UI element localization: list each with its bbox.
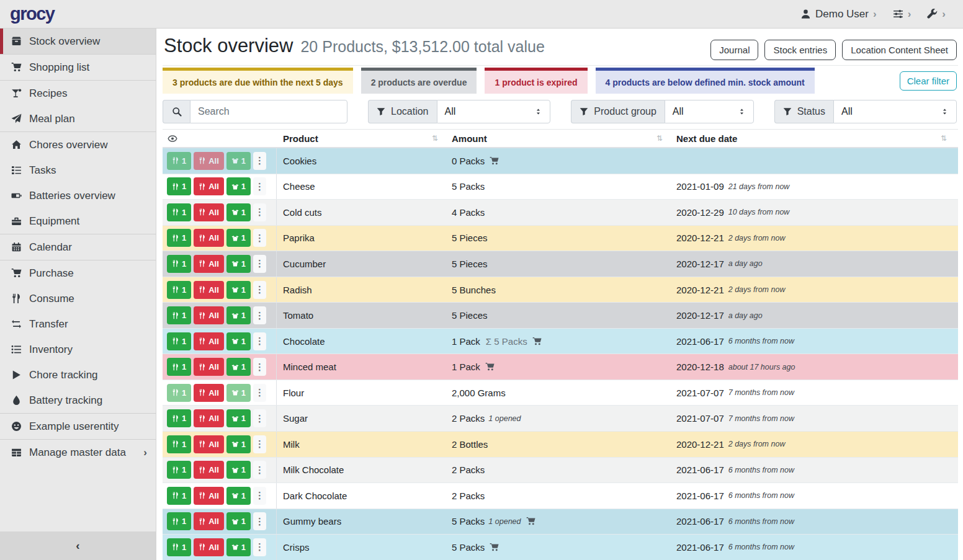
consume-one-button[interactable]: 1 [167, 435, 191, 453]
consume-all-button[interactable]: All [194, 152, 224, 170]
admin-menu[interactable]: › [927, 8, 946, 20]
consume-all-button[interactable]: All [194, 384, 224, 402]
row-menu-button[interactable]: ⋮ [253, 538, 266, 556]
sidebar-item-recipes[interactable]: Recipes › [0, 81, 156, 106]
status-alert-primary[interactable]: 4 products are below defined min. stock … [596, 68, 815, 94]
open-one-button[interactable]: 1 [226, 512, 251, 530]
open-one-button[interactable]: 1 [226, 538, 251, 556]
clear-filter-button[interactable]: Clear filter [900, 71, 957, 91]
open-one-button[interactable]: 1 [226, 409, 251, 427]
row-menu-button[interactable]: ⋮ [253, 384, 266, 402]
sidebar-item-meal-plan[interactable]: Meal plan › [0, 106, 156, 131]
row-menu-button[interactable]: ⋮ [253, 512, 266, 530]
row-menu-button[interactable]: ⋮ [253, 203, 266, 221]
column-header-amount[interactable]: Amount ⇅ [446, 133, 670, 144]
sidebar-item-shopping-list[interactable]: Shopping list › [0, 55, 156, 80]
sidebar-item-example-userentity[interactable]: Example userentity › [0, 414, 156, 439]
open-one-button[interactable]: 1 [226, 281, 251, 299]
sidebar-collapse-button[interactable]: ‹ [0, 531, 156, 560]
column-header-next-due-date[interactable]: Next due date ⇅ [670, 133, 958, 144]
consume-one-button[interactable]: 1 [167, 281, 191, 299]
open-one-button[interactable]: 1 [226, 255, 251, 273]
row-menu-button[interactable]: ⋮ [253, 306, 266, 324]
filter-select[interactable]: All [833, 100, 957, 123]
filter-select[interactable]: All [437, 100, 551, 123]
open-one-button[interactable]: 1 [226, 435, 251, 453]
row-menu-button[interactable]: ⋮ [253, 435, 266, 453]
consume-one-button[interactable]: 1 [167, 177, 191, 195]
sidebar-item-chores-overview[interactable]: Chores overview › [0, 132, 156, 158]
open-one-button[interactable]: 1 [226, 177, 251, 195]
consume-all-button[interactable]: All [194, 177, 224, 195]
sidebar-item-battery-tracking[interactable]: Battery tracking › [0, 388, 156, 413]
consume-all-button[interactable]: All [194, 487, 224, 505]
column-header-product[interactable]: Product ⇅ [277, 133, 446, 144]
consume-one-button[interactable]: 1 [167, 487, 191, 505]
consume-all-button[interactable]: All [194, 538, 224, 556]
sidebar-item-purchase[interactable]: Purchase › [0, 260, 156, 286]
journal-button[interactable]: Journal [710, 40, 758, 60]
row-menu-button[interactable]: ⋮ [253, 461, 266, 479]
consume-one-button[interactable]: 1 [167, 255, 191, 273]
consume-all-button[interactable]: All [194, 461, 224, 479]
consume-one-button[interactable]: 1 [167, 229, 191, 247]
row-menu-button[interactable]: ⋮ [253, 358, 266, 376]
consume-one-button[interactable]: 1 [167, 203, 191, 221]
filter-select[interactable]: All [665, 100, 754, 123]
consume-all-button[interactable]: All [194, 306, 224, 324]
sidebar-item-batteries-overview[interactable]: Batteries overview › [0, 183, 156, 208]
open-one-button[interactable]: 1 [226, 152, 251, 170]
consume-all-button[interactable]: All [194, 332, 224, 350]
status-alert-secondary[interactable]: 2 products are overdue [361, 68, 477, 94]
open-one-button[interactable]: 1 [226, 306, 251, 324]
sidebar-item-inventory[interactable]: Inventory › [0, 337, 156, 362]
sidebar-item-consume[interactable]: Consume › [0, 286, 156, 311]
consume-one-button[interactable]: 1 [167, 384, 191, 402]
toggle-columns-button[interactable] [167, 134, 178, 143]
consume-all-button[interactable]: All [194, 435, 224, 453]
open-one-button[interactable]: 1 [226, 229, 251, 247]
consume-all-button[interactable]: All [194, 255, 224, 273]
consume-one-button[interactable]: 1 [167, 332, 191, 350]
consume-all-button[interactable]: All [194, 229, 224, 247]
sidebar-item-tasks[interactable]: Tasks › [0, 158, 156, 183]
location-content-sheet-button[interactable]: Location Content Sheet [842, 40, 957, 60]
consume-one-button[interactable]: 1 [167, 538, 191, 556]
row-menu-button[interactable]: ⋮ [253, 177, 266, 195]
sidebar-item-stock-overview[interactable]: Stock overview › [0, 29, 156, 54]
search-input[interactable] [190, 100, 347, 123]
consume-all-button[interactable]: All [194, 203, 224, 221]
open-one-button[interactable]: 1 [226, 384, 251, 402]
consume-one-button[interactable]: 1 [167, 512, 191, 530]
open-one-button[interactable]: 1 [226, 332, 251, 350]
settings-menu[interactable]: › [893, 8, 911, 20]
consume-one-button[interactable]: 1 [167, 358, 191, 376]
row-menu-button[interactable]: ⋮ [253, 229, 266, 247]
sidebar-item-equipment[interactable]: Equipment › [0, 208, 156, 234]
row-menu-button[interactable]: ⋮ [253, 255, 266, 273]
consume-all-button[interactable]: All [194, 281, 224, 299]
open-one-button[interactable]: 1 [226, 358, 251, 376]
consume-one-button[interactable]: 1 [167, 409, 191, 427]
consume-all-button[interactable]: All [194, 358, 224, 376]
consume-all-button[interactable]: All [194, 512, 224, 530]
consume-one-button[interactable]: 1 [167, 461, 191, 479]
open-one-button[interactable]: 1 [226, 487, 251, 505]
status-alert-danger[interactable]: 1 product is expired [485, 68, 587, 94]
open-one-button[interactable]: 1 [226, 203, 251, 221]
consume-one-button[interactable]: 1 [167, 152, 191, 170]
app-logo[interactable]: grocy [10, 4, 54, 24]
user-menu[interactable]: Demo User › [800, 8, 877, 20]
sidebar-item-manage-master-data[interactable]: Manage master data › [0, 440, 156, 465]
status-alert-warning[interactable]: 3 products are due within the next 5 day… [163, 68, 353, 94]
consume-all-button[interactable]: All [194, 409, 224, 427]
sidebar-item-chore-tracking[interactable]: Chore tracking › [0, 362, 156, 388]
sidebar-item-transfer[interactable]: Transfer › [0, 311, 156, 337]
row-menu-button[interactable]: ⋮ [253, 409, 266, 427]
stock-entries-button[interactable]: Stock entries [764, 40, 836, 60]
row-menu-button[interactable]: ⋮ [253, 281, 266, 299]
consume-one-button[interactable]: 1 [167, 306, 191, 324]
sidebar-item-calendar[interactable]: Calendar › [0, 234, 156, 260]
row-menu-button[interactable]: ⋮ [253, 332, 266, 350]
open-one-button[interactable]: 1 [226, 461, 251, 479]
